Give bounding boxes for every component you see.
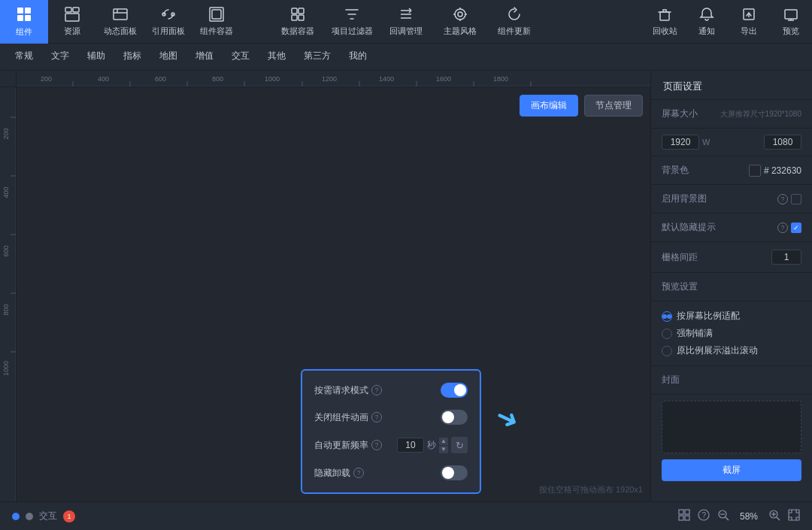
node-manage-button[interactable]: 节点管理 <box>584 95 643 117</box>
svg-rect-3 <box>25 15 31 21</box>
enable-bg-controls: ? <box>777 194 801 204</box>
toolbar-item-resource[interactable]: 资源 <box>48 0 96 44</box>
notify-icon <box>699 7 714 24</box>
toolbar-item-reference[interactable]: 引用面板 <box>144 0 192 44</box>
status-dot-active <box>12 513 20 520</box>
status-dot-inactive <box>26 513 33 520</box>
radio-inner <box>662 314 667 319</box>
close-animation-knob <box>442 411 454 423</box>
toolbar-item-theme[interactable]: 主题风格 <box>433 0 487 44</box>
component-icon <box>16 6 32 25</box>
hide-hint-checkbox[interactable]: ✓ <box>791 223 801 233</box>
popup-row-hidden-unload: 隐藏卸载 ? <box>314 465 468 480</box>
hidden-unload-info-icon[interactable]: ? <box>353 468 364 478</box>
preview-scroll-radio[interactable] <box>662 329 672 339</box>
request-mode-toggle[interactable] <box>441 383 468 398</box>
preview-ratio-row[interactable]: 按屏幕比例适配 <box>662 307 801 325</box>
tab-other[interactable]: 其他 <box>259 44 295 71</box>
screenshot-button[interactable]: 截屏 <box>662 459 801 481</box>
svg-rect-2 <box>17 15 23 21</box>
svg-rect-6 <box>65 14 79 21</box>
callback-label: 回调管理 <box>389 26 423 37</box>
hidden-unload-toggle[interactable] <box>441 465 468 480</box>
svg-rect-5 <box>73 8 79 12</box>
preview-original-row[interactable]: 原比例展示溢出滚动 <box>662 342 801 359</box>
svg-rect-4 <box>65 8 71 12</box>
svg-rect-32 <box>785 10 797 19</box>
reference-icon <box>161 7 176 24</box>
toolbar-item-preview[interactable]: 预览 <box>770 0 812 44</box>
width-input[interactable] <box>662 135 699 150</box>
request-mode-label: 按需请求模式 ? <box>314 384 382 397</box>
toolbar-item-filter[interactable]: 项目过滤器 <box>325 0 379 44</box>
enable-bg-checkbox[interactable] <box>791 194 801 204</box>
svg-rect-1 <box>25 8 31 14</box>
theme-label: 主题风格 <box>444 26 477 37</box>
toolbar-item-recycle[interactable]: 回收站 <box>644 0 686 44</box>
screen-size-inputs: W <box>651 129 812 156</box>
bg-color-value[interactable]: # 232630 <box>764 165 801 176</box>
export-icon <box>741 7 756 24</box>
screen-size-section: 屏幕大小 大屏推荐尺寸1920*1080 <box>651 100 812 129</box>
hide-hint-info-icon[interactable]: ? <box>777 223 788 233</box>
update-freq-info-icon[interactable]: ? <box>371 440 382 450</box>
tab-indicator[interactable]: 指标 <box>114 44 150 71</box>
svg-rect-15 <box>298 8 304 14</box>
tab-map[interactable]: 地图 <box>150 44 186 71</box>
toolbar-item-callback[interactable]: 回调管理 <box>379 0 433 44</box>
close-animation-info-icon[interactable]: ? <box>371 412 382 422</box>
height-input[interactable] <box>764 135 801 150</box>
preview-scroll-label: 强制铺满 <box>677 327 713 340</box>
screen-size-hint: 大屏推荐尺寸1920*1080 <box>720 109 801 120</box>
tab-assist[interactable]: 辅助 <box>78 44 114 71</box>
svg-rect-66 <box>685 510 689 514</box>
grid-icon[interactable] <box>678 509 690 523</box>
preview-original-radio[interactable] <box>662 346 672 356</box>
svg-point-24 <box>458 12 462 17</box>
data-container-icon <box>290 7 305 24</box>
svg-text:?: ? <box>702 511 707 519</box>
zoom-in-icon[interactable] <box>768 509 780 523</box>
callback-icon <box>398 7 414 24</box>
tab-increment[interactable]: 增值 <box>186 44 223 71</box>
toolbar-item-notify[interactable]: 通知 <box>686 0 728 44</box>
svg-rect-67 <box>679 516 683 520</box>
fit-screen-icon[interactable] <box>788 509 800 523</box>
svg-text:800: 800 <box>212 75 223 83</box>
preview-scroll-row[interactable]: 强制铺满 <box>662 325 801 342</box>
close-animation-toggle[interactable] <box>441 410 468 425</box>
svg-text:400: 400 <box>98 75 109 83</box>
enable-bg-info-icon[interactable]: ? <box>777 194 788 204</box>
tab-interact[interactable]: 交互 <box>223 44 259 71</box>
freq-input[interactable] <box>397 438 424 453</box>
toolbar-item-export[interactable]: 导出 <box>728 0 770 44</box>
toolbar-item-container[interactable]: 组件容器 <box>192 0 241 44</box>
tab-text[interactable]: 文字 <box>42 44 78 71</box>
ruler-horizontal: 200 400 600 800 1000 1200 1400 1600 1800 <box>17 71 650 87</box>
toolbar-item-component[interactable]: 组件 <box>0 0 48 44</box>
svg-text:1000: 1000 <box>265 75 280 83</box>
popup-row-update-freq: 自动更新频率 ? 秒 ▲ ▼ ↻ <box>314 437 468 453</box>
reload-button[interactable]: ↻ <box>451 437 468 453</box>
request-mode-info-icon[interactable]: ? <box>371 385 382 395</box>
preview-ratio-radio[interactable] <box>662 311 672 322</box>
tab-mine[interactable]: 我的 <box>340 44 376 71</box>
help-icon[interactable]: ? <box>698 509 710 523</box>
preview-label: 预览 <box>783 26 799 37</box>
toolbar-item-dynamic[interactable]: 动态面板 <box>96 0 144 44</box>
filter-label: 项目过滤器 <box>332 26 373 37</box>
freq-up-arrow[interactable]: ▲ <box>439 438 448 445</box>
svg-text:400: 400 <box>2 186 10 198</box>
canvas-edit-button[interactable]: 画布编辑 <box>520 95 578 117</box>
cover-area <box>662 401 801 453</box>
tab-normal[interactable]: 常规 <box>6 44 42 71</box>
hide-hint-controls: ? ✓ <box>777 223 801 233</box>
tab-third[interactable]: 第三方 <box>295 44 340 71</box>
popup-panel: 按需请求模式 ? 关闭组件动画 ? 自动更新频率 ? 秒 ▲ ▼ ↻ <box>301 369 481 494</box>
zoom-out-icon[interactable] <box>717 509 729 523</box>
bg-color-swatch[interactable] <box>749 165 761 177</box>
toolbar-item-update[interactable]: 组件更新 <box>487 0 541 44</box>
freq-down-arrow[interactable]: ▼ <box>439 446 448 453</box>
grid-gap-input[interactable] <box>771 250 801 265</box>
toolbar-item-data-container[interactable]: 数据容器 <box>271 0 325 44</box>
